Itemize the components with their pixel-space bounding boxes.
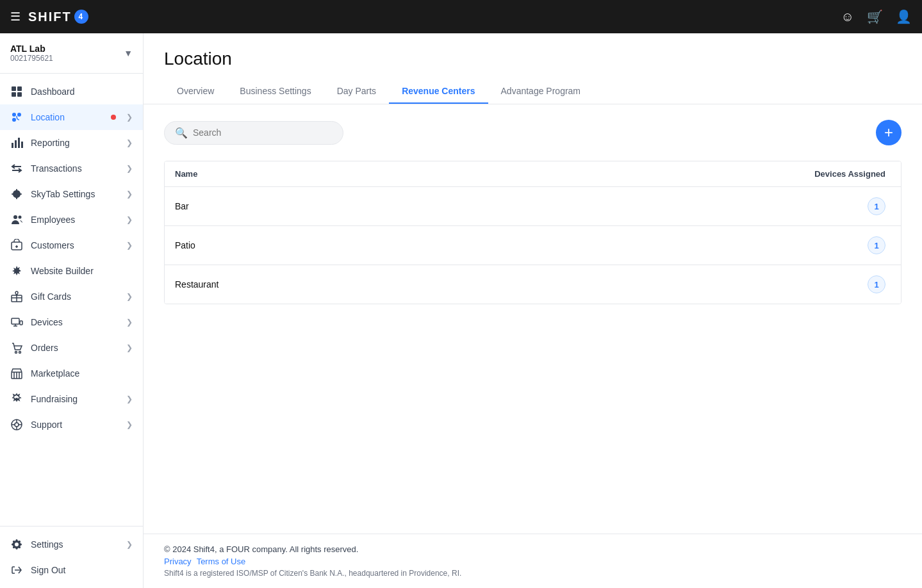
svg-point-4 [12, 113, 16, 117]
chevron-right-icon: ❯ [126, 395, 133, 404]
sidebar-item-label: Dashboard [31, 86, 133, 97]
sidebar-item-label: Fundraising [31, 394, 119, 404]
svg-point-22 [15, 352, 17, 354]
sidebar: ATL Lab 0021795621 ▼ Dashboard Location … [0, 33, 144, 588]
row-name: Patio [175, 240, 788, 250]
sidebar-item-location[interactable]: Location ❯ [0, 104, 143, 130]
sidebar-item-label: Website Builder [31, 266, 133, 276]
devices-cell: 1 [788, 236, 891, 254]
website-builder-icon [10, 265, 23, 277]
table-row[interactable]: Restaurant 1 [165, 265, 901, 304]
sidebar-item-gift-cards[interactable]: Gift Cards ❯ [0, 284, 143, 309]
devices-cell: 1 [788, 197, 891, 215]
sidebar-item-website-builder[interactable]: Website Builder [0, 258, 143, 284]
svg-rect-9 [15, 140, 17, 148]
svg-rect-3 [17, 92, 22, 97]
sidebar-item-label: Employees [31, 215, 119, 225]
sidebar-item-support[interactable]: Support ❯ [0, 412, 143, 437]
sign-out-icon [10, 564, 23, 576]
chevron-down-icon: ▼ [124, 48, 133, 58]
tab-advantage-program[interactable]: Advantage Program [488, 79, 594, 104]
logo-badge: 4 [74, 10, 88, 24]
device-badge: 1 [868, 197, 885, 215]
svg-rect-0 [12, 86, 16, 91]
cart-icon[interactable]: 🛒 [867, 9, 883, 24]
sidebar-item-marketplace[interactable]: Marketplace [0, 361, 143, 386]
page-title: Location [164, 49, 901, 69]
chevron-right-icon: ❯ [126, 164, 133, 173]
sidebar-item-label: Sign Out [31, 565, 133, 575]
sidebar-item-fundraising[interactable]: Fundraising ❯ [0, 386, 143, 412]
user-icon[interactable]: 👤 [896, 9, 912, 24]
sidebar-item-label: Customers [31, 240, 119, 250]
gift-cards-icon [10, 290, 23, 303]
sidebar-item-reporting[interactable]: Reporting ❯ [0, 130, 143, 156]
sidebar-item-customers[interactable]: Customers ❯ [0, 233, 143, 258]
sidebar-item-label: Marketplace [31, 368, 133, 379]
sidebar-item-label: Transactions [31, 163, 119, 174]
table-row[interactable]: Patio 1 [165, 226, 901, 265]
sidebar-item-label: Location [31, 112, 103, 122]
top-nav: ☰ SHIFT 4 ☺ 🛒 👤 [0, 0, 922, 33]
sidebar-item-skytab-settings[interactable]: SkyTab Settings ❯ [0, 181, 143, 207]
sidebar-item-label: Reporting [31, 138, 119, 148]
tab-revenue-centers[interactable]: Revenue Centers [389, 79, 488, 104]
devices-cell: 1 [788, 275, 891, 293]
svg-point-23 [19, 352, 21, 354]
row-name: Bar [175, 201, 788, 211]
svg-rect-8 [12, 143, 13, 148]
menu-icon[interactable]: ☰ [10, 10, 21, 24]
sidebar-item-label: SkyTab Settings [31, 189, 119, 199]
account-selector[interactable]: ATL Lab 0021795621 ▼ [0, 33, 143, 74]
sidebar-item-dashboard[interactable]: Dashboard [0, 79, 143, 104]
tab-business-settings[interactable]: Business Settings [227, 79, 324, 104]
chat-icon[interactable]: ☺ [841, 10, 854, 24]
search-icon: 🔍 [175, 127, 188, 139]
chevron-right-icon: ❯ [126, 113, 133, 122]
svg-rect-10 [18, 138, 20, 148]
footer-links: Privacy Terms of Use [164, 557, 901, 566]
support-icon [10, 418, 23, 431]
page-content: 🔍 + Name Devices Assigned Bar 1 Patio [144, 104, 922, 534]
table-row[interactable]: Bar 1 [165, 187, 901, 226]
employees-icon [10, 213, 23, 226]
svg-point-13 [13, 215, 17, 219]
sidebar-item-settings[interactable]: Settings ❯ [0, 532, 143, 557]
chevron-right-icon: ❯ [126, 420, 133, 429]
sidebar-item-orders[interactable]: Orders ❯ [0, 335, 143, 361]
svg-rect-21 [20, 321, 22, 325]
sidebar-item-sign-out[interactable]: Sign Out [0, 557, 143, 583]
location-icon [10, 111, 23, 124]
sidebar-item-employees[interactable]: Employees ❯ [0, 207, 143, 233]
privacy-link[interactable]: Privacy [164, 557, 192, 566]
terms-link[interactable]: Terms of Use [197, 557, 246, 566]
account-id: 0021795621 [10, 54, 53, 63]
transactions-icon [10, 162, 23, 175]
sidebar-item-label: Settings [31, 539, 119, 550]
device-badge: 1 [868, 236, 885, 254]
sidebar-item-label: Devices [31, 317, 119, 327]
sidebar-bottom: Settings ❯ Sign Out [0, 526, 143, 588]
chevron-right-icon: ❯ [126, 138, 133, 147]
svg-rect-20 [12, 318, 19, 324]
sidebar-item-label: Orders [31, 343, 119, 353]
device-badge: 1 [868, 275, 885, 293]
sidebar-item-label: Gift Cards [31, 291, 119, 302]
tab-overview[interactable]: Overview [164, 79, 227, 104]
chevron-right-icon: ❯ [126, 318, 133, 327]
search-input[interactable] [193, 127, 333, 138]
footer-copyright: © 2024 Shift4, a FOUR company. All right… [164, 544, 901, 554]
sidebar-item-devices[interactable]: Devices ❯ [0, 309, 143, 335]
revenue-centers-table: Name Devices Assigned Bar 1 Patio 1 Re [164, 161, 901, 304]
search-bar[interactable]: 🔍 [164, 121, 343, 145]
sidebar-item-label: Support [31, 420, 119, 430]
orders-icon [10, 341, 23, 354]
tab-day-parts[interactable]: Day Parts [324, 79, 389, 104]
svg-rect-2 [12, 92, 16, 97]
chevron-right-icon: ❯ [126, 343, 133, 352]
svg-point-6 [12, 118, 16, 122]
sidebar-item-transactions[interactable]: Transactions ❯ [0, 156, 143, 181]
main-content: Location Overview Business Settings Day … [144, 33, 922, 588]
svg-point-30 [15, 423, 19, 427]
add-button[interactable]: + [876, 120, 901, 145]
